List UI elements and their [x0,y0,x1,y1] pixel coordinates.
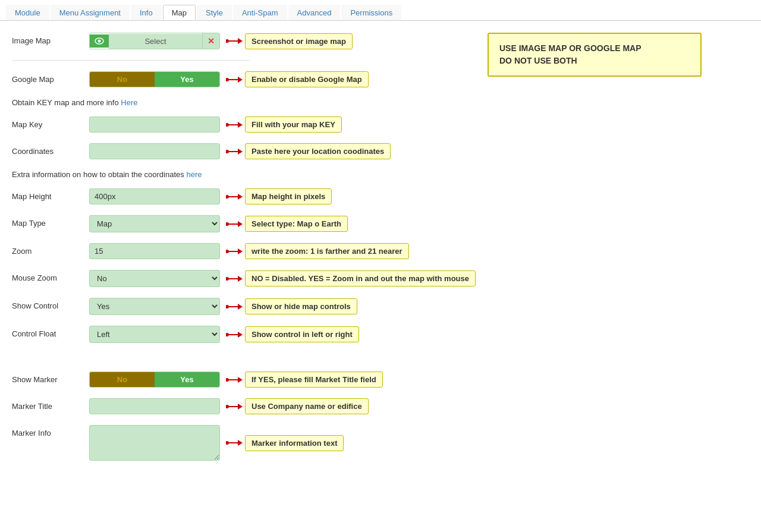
image-map-controls: Select ✕ Screenshot or image map [89,33,353,49]
main-content: Image Map Select ✕ [0,21,761,483]
show-control-select[interactable]: Yes No [89,298,220,315]
show-marker-tooltip-group: If YES, please fill Market Title field [226,372,383,388]
svg-marker-21 [238,248,243,254]
google-map-controls: No Yes Enable or disable Google Map [89,71,369,87]
marker-title-controls: Use Company name or edifice [89,398,369,414]
map-type-arrow [226,218,243,230]
control-float-arrow [226,329,243,341]
google-map-row: Google Map No Yes Enable or disable Goog… [12,71,749,87]
show-marker-tooltip: If YES, please fill Market Title field [245,372,383,388]
coordinates-tooltip: Paste here your location coodinates [245,143,391,159]
map-height-tooltip: Map height in pixels [245,188,332,204]
map-type-controls: Map Earth Select type: Map o Earth [89,215,348,232]
svg-marker-30 [238,332,243,338]
map-height-label: Map Height [12,188,89,201]
google-map-tooltip-group: Enable or disable Google Map [226,71,369,87]
control-float-controls: Left Right Show control in left or right [89,326,359,343]
map-key-input[interactable] [89,117,220,133]
map-key-arrow [226,119,243,131]
map-key-controls: Fill with your map KEY [89,117,342,133]
zoom-tooltip: write the zoom: 1 is farther and 21 near… [245,243,409,259]
mouse-zoom-arrow [226,273,243,285]
control-float-select[interactable]: Left Right [89,326,220,343]
zoom-row: Zoom write the zoom: 1 is farther and 21… [12,243,749,259]
coordinates-input[interactable] [89,143,220,159]
svg-marker-33 [238,377,243,383]
obtain-key-link[interactable]: Here [121,98,137,107]
extra-info-row: Extra information on how to obtain the c… [12,170,749,179]
map-key-tooltip-group: Fill with your map KEY [226,117,342,133]
image-map-tooltip: Screenshot or image map [245,33,353,49]
marker-title-row: Marker Title Use Company name or edifice [12,398,749,414]
coordinates-label: Coordinates [12,143,89,156]
show-marker-label: Show Marker [12,372,89,384]
coordinates-tooltip-group: Paste here your location coodinates [226,143,391,159]
svg-point-40 [226,441,229,445]
map-type-select[interactable]: Map Earth [89,215,220,232]
mouse-zoom-tooltip-group: NO = Disabled. YES = Zoom in and out the… [226,270,476,287]
svg-point-28 [226,305,229,309]
tab-style[interactable]: Style [197,5,232,20]
svg-point-34 [226,378,229,382]
svg-point-31 [226,333,229,336]
google-map-tooltip: Enable or disable Google Map [245,71,369,87]
svg-point-37 [226,405,229,408]
google-map-no-btn[interactable]: No [90,72,155,87]
control-float-label: Control Float [12,326,89,338]
control-float-tooltip: Show control in left or right [245,326,359,342]
google-map-toggle[interactable]: No Yes [89,71,220,87]
show-marker-toggle[interactable]: No Yes [89,372,220,388]
marker-title-tooltip: Use Company name or edifice [245,398,369,414]
show-control-tooltip: Show or hide map controls [245,298,357,314]
zoom-tooltip-group: write the zoom: 1 is farther and 21 near… [226,243,409,259]
tab-menu-assignment[interactable]: Menu Assignment [51,5,130,20]
show-control-tooltip-group: Show or hide map controls [226,298,357,314]
tab-permissions[interactable]: Permissions [341,5,401,20]
map-type-tooltip-group: Select type: Map o Earth [226,216,348,232]
google-map-yes-btn[interactable]: Yes [155,72,219,87]
map-key-tooltip: Fill with your map KEY [245,117,342,133]
extra-info-link[interactable]: here [186,170,202,179]
image-map-select-label[interactable]: Select [109,34,202,49]
marker-info-textarea[interactable] [89,425,220,461]
svg-point-16 [226,195,229,199]
control-float-row: Control Float Left Right Show control in… [12,326,749,343]
mouse-zoom-label: Mouse Zoom [12,270,89,282]
control-float-tooltip-group: Show control in left or right [226,326,359,342]
svg-point-4 [226,39,229,43]
tab-anti-spam[interactable]: Anti-Spam [233,5,287,20]
tab-map[interactable]: Map [163,5,196,20]
warning-box: USE IMAGE MAP OR GOOGLE MAP DO NOT USE B… [488,33,702,77]
show-marker-arrow [226,374,243,386]
image-map-clear-button[interactable]: ✕ [202,33,219,49]
marker-info-tooltip: Marker information text [245,435,344,451]
marker-title-input[interactable] [89,398,220,414]
map-key-label: Map Key [12,117,89,129]
marker-info-row: Marker Info Marker information text [12,425,749,461]
svg-marker-39 [238,440,243,446]
tab-advanced[interactable]: Advanced [288,5,341,20]
show-marker-controls: No Yes If YES, please fill Market Title … [89,372,383,388]
svg-marker-24 [238,276,243,282]
zoom-label: Zoom [12,243,89,256]
mouse-zoom-controls: No Yes NO = Disabled. YES = Zoom in and … [89,270,476,287]
svg-marker-15 [238,194,243,200]
image-map-eye-button[interactable] [90,34,109,48]
show-marker-no-btn[interactable]: No [90,372,155,387]
map-height-input[interactable] [89,188,220,204]
map-type-label: Map Type [12,215,89,228]
tab-info[interactable]: Info [131,5,162,20]
svg-point-1 [98,40,101,43]
zoom-input[interactable] [89,243,220,259]
svg-marker-6 [238,77,243,83]
image-map-arrow [226,35,243,47]
mouse-zoom-select[interactable]: No Yes [89,270,220,287]
tab-module[interactable]: Module [6,5,49,20]
svg-marker-9 [238,122,243,128]
zoom-arrow [226,245,243,257]
show-control-label: Show Control [12,298,89,310]
coordinates-arrow [226,146,243,158]
coordinates-controls: Paste here your location coodinates [89,143,391,159]
obtain-key-row: Obtain KEY map and more info Here [12,98,749,107]
show-marker-yes-btn[interactable]: Yes [155,372,219,387]
